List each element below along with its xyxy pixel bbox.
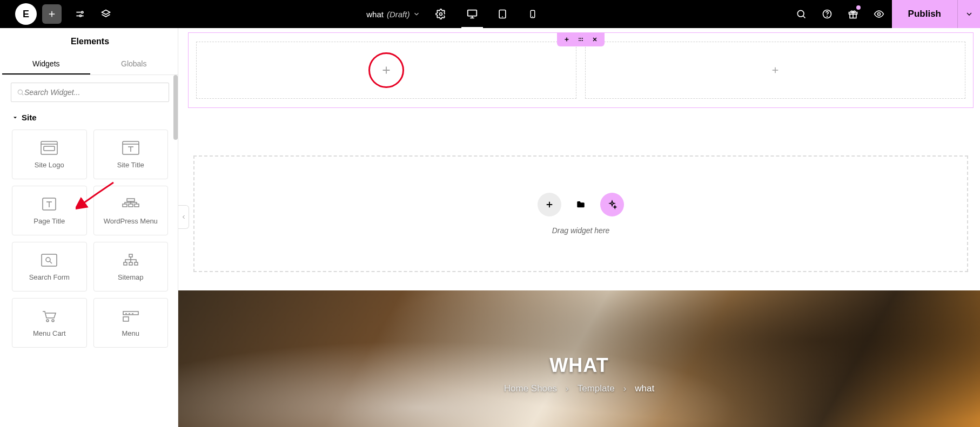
widget-search-form[interactable]: Search Form bbox=[12, 242, 87, 292]
widget-label: Search Form bbox=[29, 273, 70, 281]
panel-collapse-handle[interactable] bbox=[178, 205, 189, 229]
section-container[interactable] bbox=[188, 32, 974, 108]
svg-rect-23 bbox=[129, 254, 132, 257]
breadcrumb-separator-icon: › bbox=[623, 383, 627, 394]
editor-canvas: Drag widget here WHAT Home Shoes › Templ… bbox=[178, 28, 980, 427]
category-label: Site bbox=[22, 113, 37, 122]
widget-label: Site Title bbox=[117, 161, 144, 169]
finder-button[interactable] bbox=[788, 0, 814, 28]
structure-button[interactable] bbox=[93, 0, 119, 28]
search-icon bbox=[17, 89, 24, 96]
svg-rect-24 bbox=[124, 262, 127, 265]
add-section-button[interactable] bbox=[538, 193, 561, 216]
panel-title: Elements bbox=[2, 28, 178, 54]
widgets-grid: Site Logo Site Title Page Title WordPres… bbox=[2, 126, 178, 351]
responsive-device-group bbox=[457, 0, 548, 28]
svg-point-28 bbox=[52, 320, 54, 322]
widget-menu-cart[interactable]: Menu Cart bbox=[12, 298, 87, 348]
layers-icon bbox=[100, 9, 111, 19]
device-desktop-button[interactable] bbox=[457, 0, 487, 28]
add-widget-column-1[interactable] bbox=[368, 52, 404, 88]
menu-cart-icon bbox=[41, 309, 57, 324]
grip-icon bbox=[577, 36, 585, 43]
add-element-button[interactable] bbox=[42, 4, 62, 24]
widget-site-logo[interactable]: Site Logo bbox=[12, 130, 87, 179]
new-section-drop-area[interactable]: Drag widget here bbox=[193, 155, 968, 272]
device-mobile-button[interactable] bbox=[518, 0, 548, 28]
help-button[interactable] bbox=[814, 0, 840, 28]
publish-button[interactable]: Publish bbox=[892, 0, 957, 28]
plus-icon bbox=[770, 65, 780, 75]
page-settings-button[interactable] bbox=[428, 0, 454, 28]
sliders-icon bbox=[75, 9, 85, 19]
folder-icon bbox=[576, 200, 586, 209]
breadcrumb-separator-icon: › bbox=[566, 383, 569, 394]
tablet-icon bbox=[497, 9, 508, 19]
topbar-center: what (Draft) bbox=[119, 0, 788, 28]
drop-hint-text: Drag widget here bbox=[552, 226, 610, 235]
site-title-icon bbox=[122, 140, 139, 155]
svg-point-6 bbox=[797, 10, 804, 17]
svg-point-34 bbox=[579, 40, 580, 41]
svg-point-8 bbox=[827, 16, 827, 17]
svg-point-0 bbox=[82, 11, 83, 13]
menu-icon bbox=[122, 309, 139, 324]
whats-new-button[interactable] bbox=[840, 0, 866, 28]
topbar-left: E bbox=[0, 0, 119, 28]
chevron-down-icon bbox=[965, 10, 974, 18]
elementor-logo-button[interactable]: E bbox=[15, 3, 37, 25]
widget-wordpress-menu[interactable]: WordPress Menu bbox=[93, 186, 169, 235]
svg-point-35 bbox=[580, 40, 581, 41]
panel-scrollbar[interactable] bbox=[173, 75, 178, 140]
svg-rect-18 bbox=[123, 204, 127, 207]
add-widget-column-2[interactable] bbox=[769, 64, 782, 77]
svg-rect-26 bbox=[135, 262, 138, 265]
add-template-button[interactable] bbox=[569, 193, 593, 216]
widget-sitemap[interactable]: Sitemap bbox=[93, 242, 169, 292]
widget-label: Page Title bbox=[33, 217, 65, 225]
document-title-dropdown[interactable]: what (Draft) bbox=[359, 10, 428, 19]
category-site-header[interactable]: Site bbox=[2, 107, 178, 126]
panel-tabs: Widgets Globals bbox=[2, 54, 178, 75]
tab-globals[interactable]: Globals bbox=[90, 54, 178, 74]
elementor-logo-icon: E bbox=[23, 9, 29, 20]
column-2[interactable] bbox=[585, 42, 965, 99]
widget-menu[interactable]: Menu bbox=[93, 298, 169, 348]
document-name: what bbox=[366, 10, 384, 19]
svg-point-36 bbox=[582, 40, 583, 41]
section-add-button[interactable] bbox=[562, 35, 571, 44]
hero-title: WHAT bbox=[549, 354, 608, 377]
gear-icon bbox=[435, 9, 446, 19]
sitemap-icon bbox=[122, 253, 139, 268]
svg-point-1 bbox=[79, 15, 81, 17]
plus-icon bbox=[47, 9, 57, 19]
svg-rect-25 bbox=[129, 262, 132, 265]
section-edit-button[interactable] bbox=[576, 35, 585, 44]
site-settings-button[interactable] bbox=[67, 0, 93, 28]
svg-point-32 bbox=[580, 38, 581, 39]
close-icon bbox=[592, 36, 598, 43]
publish-options-button[interactable] bbox=[957, 0, 980, 28]
device-tablet-button[interactable] bbox=[487, 0, 518, 28]
widget-page-title[interactable]: Page Title bbox=[12, 186, 87, 235]
widget-site-title[interactable]: Site Title bbox=[93, 130, 169, 179]
search-widget-box[interactable] bbox=[11, 83, 169, 102]
ai-button[interactable] bbox=[600, 193, 624, 216]
panel-scroll-area: Site Site Logo Site Title Page Title bbox=[2, 75, 178, 427]
widget-label: Menu Cart bbox=[33, 329, 66, 337]
search-icon bbox=[796, 9, 807, 19]
breadcrumb-item[interactable]: Home Shoes bbox=[504, 383, 557, 394]
svg-rect-30 bbox=[123, 317, 129, 321]
hero-section: WHAT Home Shoes › Template › what bbox=[178, 290, 980, 427]
tab-widgets[interactable]: Widgets bbox=[2, 54, 90, 74]
page-title-icon bbox=[41, 196, 58, 212]
search-widget-input[interactable] bbox=[24, 88, 163, 97]
svg-point-11 bbox=[877, 13, 880, 16]
notification-dot-icon bbox=[856, 5, 861, 10]
section-delete-button[interactable] bbox=[590, 35, 599, 44]
preview-button[interactable] bbox=[866, 0, 892, 28]
document-status: (Draft) bbox=[387, 10, 410, 19]
breadcrumb-item[interactable]: Template bbox=[578, 383, 615, 394]
search-form-icon bbox=[41, 253, 58, 268]
column-1[interactable] bbox=[196, 42, 576, 99]
